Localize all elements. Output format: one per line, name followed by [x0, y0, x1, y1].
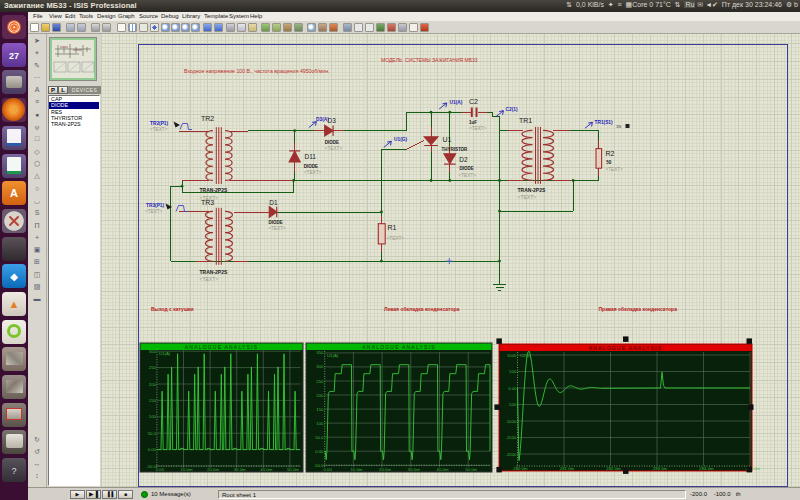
svg-text:TRAN-2P2S: TRAN-2P2S: [518, 187, 546, 193]
svg-text:C2(1): C2(1): [506, 107, 518, 112]
svg-text:0.00: 0.00: [148, 447, 157, 452]
svg-text:100: 100: [149, 414, 157, 419]
svg-text:0.00: 0.00: [324, 467, 333, 472]
svg-text:-1000: -1000: [506, 419, 518, 424]
svg-text:ANALOGUE ANALYSIS: ANALOGUE ANALYSIS: [362, 344, 435, 350]
svg-text:TR3: TR3: [201, 199, 214, 206]
svg-text:300: 300: [316, 364, 324, 369]
svg-text:10.0m: 10.0m: [181, 467, 193, 472]
svg-text:10.0m: 10.0m: [350, 467, 362, 472]
svg-text:250: 250: [316, 379, 324, 384]
svg-text:DIODE: DIODE: [304, 164, 318, 169]
svg-text:Выход с катушки: Выход с катушки: [151, 306, 194, 312]
svg-text:-500: -500: [508, 402, 517, 407]
svg-text:ANALOGUE ANALYSIS: ANALOGUE ANALYSIS: [185, 344, 258, 350]
svg-text:1uF: 1uF: [469, 120, 477, 125]
svg-text:30.0m: 30.0m: [234, 467, 246, 472]
svg-text:R1: R1: [388, 224, 397, 231]
svg-text:U1(A): U1(A): [327, 353, 339, 358]
svg-text:TRAN-2P2S: TRAN-2P2S: [200, 269, 228, 275]
svg-text:U1: U1: [443, 136, 452, 143]
svg-text:1000: 1000: [507, 353, 517, 358]
svg-text:0.00: 0.00: [508, 386, 517, 391]
svg-text:50.0: 50.0: [315, 435, 324, 440]
svg-text:<TEXT>: <TEXT>: [459, 173, 477, 178]
svg-text:D3: D3: [328, 117, 337, 124]
svg-text:U1(A): U1(A): [450, 100, 463, 105]
svg-text:<TEXT>: <TEXT>: [325, 146, 343, 151]
svg-text:Входное напряжение 100 В., час: Входное напряжение 100 В., частота враще…: [184, 68, 329, 74]
svg-text:280.0m: 280.0m: [513, 466, 528, 471]
svg-text:D2: D2: [459, 156, 468, 163]
svg-text:1N: 1N: [616, 124, 621, 129]
svg-text:40.0m: 40.0m: [260, 467, 272, 472]
svg-text:DIODE: DIODE: [460, 166, 474, 171]
svg-text:D3(A): D3(A): [316, 117, 329, 122]
svg-text:TR2: TR2: [201, 115, 214, 122]
svg-text:200: 200: [149, 382, 157, 387]
svg-text:150: 150: [149, 398, 157, 403]
svg-text:-1500: -1500: [506, 435, 518, 440]
svg-text:50.0m: 50.0m: [287, 467, 299, 472]
svg-text:0.00: 0.00: [156, 467, 165, 472]
svg-text:TR1(S1): TR1(S1): [595, 120, 614, 125]
svg-text:Левая обкладка конденсатора: Левая обкладка конденсатора: [384, 306, 459, 312]
svg-text:0.00: 0.00: [315, 449, 324, 454]
svg-text:D11: D11: [305, 153, 317, 160]
svg-text:МОДЕЛЬ СИСТЕМЫ ЗАЖИГАНИЯ МБ33: МОДЕЛЬ СИСТЕМЫ ЗАЖИГАНИЯ МБ33: [381, 57, 478, 63]
svg-text:C2: C2: [469, 98, 478, 105]
svg-text:<TEXT>: <TEXT>: [304, 170, 322, 175]
svg-text:TR3(P1): TR3(P1): [146, 203, 165, 208]
svg-text:<TEXT>: <TEXT>: [145, 209, 163, 214]
svg-text:283.0m: 283.0m: [653, 466, 668, 471]
svg-text:20.0m: 20.0m: [207, 467, 219, 472]
svg-text:<TEXT>: <TEXT>: [268, 226, 286, 231]
svg-text:40.0m: 40.0m: [437, 467, 449, 472]
svg-text:TR2(P1): TR2(P1): [150, 121, 169, 126]
svg-text:<TEXT>: <TEXT>: [200, 276, 219, 282]
svg-text:<TEXT>: <TEXT>: [469, 126, 487, 131]
svg-text:281.0m: 281.0m: [560, 466, 575, 471]
svg-text:50.0: 50.0: [148, 431, 157, 436]
svg-text:500: 500: [509, 369, 517, 374]
svg-text:TRAN-2P2S: TRAN-2P2S: [200, 187, 228, 193]
svg-text:Правая обкладка конденсатора: Правая обкладка конденсатора: [599, 306, 678, 312]
svg-text:<TEXT>: <TEXT>: [518, 194, 537, 200]
svg-text:<TEXT>: <TEXT>: [387, 236, 405, 241]
svg-text:D1(A): D1(A): [159, 351, 171, 356]
svg-text:R2: R2: [606, 150, 615, 157]
svg-text:284.0m: 284.0m: [699, 466, 714, 471]
svg-text:100: 100: [316, 421, 324, 426]
svg-text:300: 300: [149, 349, 157, 354]
svg-text:<TEXT>: <TEXT>: [150, 127, 168, 132]
svg-text:TR1: TR1: [519, 117, 532, 124]
svg-text:282.0m: 282.0m: [606, 466, 621, 471]
svg-text:20.0m: 20.0m: [379, 467, 391, 472]
svg-text:50.0m: 50.0m: [465, 467, 477, 472]
svg-text:DIODE: DIODE: [268, 220, 282, 225]
svg-text:-2000: -2000: [506, 452, 518, 457]
svg-text:<TEXT>: <TEXT>: [606, 167, 624, 172]
svg-text:ANALOGUE ANALYSIS: ANALOGUE ANALYSIS: [589, 345, 662, 351]
svg-text:DIODE: DIODE: [325, 140, 339, 145]
svg-text:D1: D1: [269, 199, 278, 206]
svg-text:150: 150: [316, 407, 324, 412]
svg-text:350: 350: [316, 350, 324, 355]
svg-text:200: 200: [316, 393, 324, 398]
svg-text:50: 50: [606, 160, 612, 165]
svg-text:THYRISTOR: THYRISTOR: [441, 147, 468, 152]
svg-text:U1(G): U1(G): [394, 137, 407, 142]
svg-text:250: 250: [149, 365, 157, 370]
svg-text:30.0m: 30.0m: [408, 467, 420, 472]
